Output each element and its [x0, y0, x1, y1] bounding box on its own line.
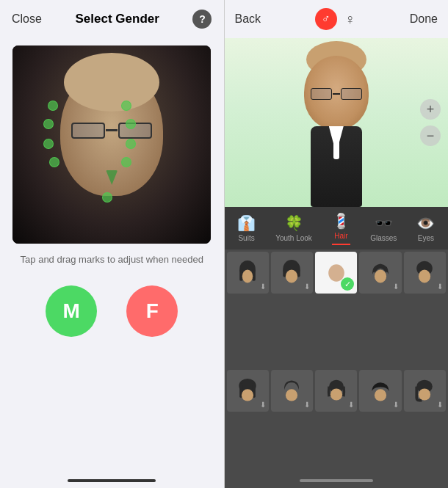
download-icon: ⬇	[260, 283, 266, 291]
hair-grid: ⬇ ⬇ ✓ ⬇	[225, 250, 449, 488]
glasses-icon: 🕶️	[375, 214, 393, 232]
tab-youth-look[interactable]: 🍀 Youth Look	[270, 211, 318, 245]
hair-style-icon	[411, 378, 438, 404]
tab-active-indicator	[332, 244, 350, 245]
avatar-head-group	[304, 56, 369, 129]
hair-item[interactable]: ⬇	[404, 252, 446, 294]
tab-eyes[interactable]: 👁️ Eyes	[411, 211, 441, 245]
tab-glasses[interactable]: 🕶️ Glasses	[364, 211, 402, 245]
download-icon: ⬇	[348, 401, 354, 409]
hair-item[interactable]: ⬇	[404, 370, 446, 412]
download-icon: ⬇	[393, 401, 399, 409]
face-glasses	[71, 123, 152, 139]
done-button[interactable]: Done	[410, 12, 438, 26]
svg-point-7	[286, 269, 297, 283]
hair-style-icon	[367, 260, 394, 286]
left-panel: Close Select Gender ? Tap and drag marks…	[0, 0, 224, 488]
glasses-bridge	[106, 129, 118, 131]
hair-style-icon	[323, 378, 350, 404]
selected-checkmark: ✓	[341, 277, 354, 291]
eyes-label: Eyes	[418, 234, 434, 242]
svg-point-19	[375, 389, 386, 401]
download-icon: ⬇	[437, 283, 443, 291]
avatar-tie	[333, 134, 339, 159]
instruction-text: Tap and drag marks to adjust when needed	[21, 254, 203, 265]
svg-point-8	[328, 264, 344, 281]
zoom-controls: + −	[420, 99, 441, 146]
male-gender-icon[interactable]: ♂	[315, 8, 337, 30]
help-button[interactable]: ?	[192, 10, 212, 29]
youth-look-icon: 🍀	[285, 214, 303, 232]
category-tabs: 👔 Suits 🍀 Youth Look 💈 Hair 🕶️ Glasses 👁…	[225, 207, 449, 250]
gender-selector: ♂ ♀	[315, 8, 355, 30]
eyes-icon: 👁️	[416, 214, 435, 232]
hair-item[interactable]: ⬇	[227, 252, 269, 294]
hair-icon: 💈	[332, 212, 350, 230]
zoom-out-button[interactable]: −	[420, 125, 441, 146]
suits-icon: 👔	[237, 214, 256, 232]
zoom-in-button[interactable]: +	[420, 99, 441, 120]
avatar-head	[304, 56, 369, 129]
hair-style-icon	[411, 260, 438, 286]
hair-label: Hair	[334, 232, 347, 240]
female-gender-icon[interactable]: ♀	[344, 11, 355, 28]
download-icon: ⬇	[260, 401, 266, 409]
hair-item[interactable]: ⬇	[359, 370, 401, 412]
hair-item[interactable]: ⬇	[271, 370, 313, 412]
page-title: Select Gender	[76, 12, 159, 26]
download-icon: ⬇	[304, 283, 310, 291]
right-panel: Back ♂ ♀ Done + −	[225, 0, 449, 488]
avatar-glasses-left	[311, 88, 332, 100]
hair-item[interactable]: ⬇	[315, 370, 357, 412]
hair-style-icon	[278, 260, 305, 286]
glasses-left-lens	[71, 123, 105, 139]
avatar-glasses	[311, 88, 362, 100]
home-indicator	[300, 479, 373, 482]
suits-label: Suits	[238, 234, 254, 242]
download-icon: ⬇	[393, 283, 399, 291]
hair-item[interactable]: ⬇	[227, 370, 269, 412]
hair-style-icon	[234, 260, 261, 286]
svg-point-21	[419, 388, 430, 400]
gender-buttons: M F	[46, 285, 178, 337]
svg-point-9	[375, 269, 386, 283]
tab-suits[interactable]: 👔 Suits	[231, 211, 261, 245]
face-head-top	[64, 53, 159, 112]
svg-point-16	[286, 389, 297, 401]
home-indicator	[68, 479, 156, 482]
hair-item-selected[interactable]: ✓	[315, 252, 357, 294]
hair-item[interactable]: ⬇	[271, 252, 313, 294]
hair-item[interactable]: ⬇	[359, 252, 401, 294]
download-icon: ⬇	[437, 401, 443, 409]
avatar-glasses-right	[341, 88, 362, 100]
youth-look-label: Youth Look	[275, 234, 312, 242]
female-button[interactable]: F	[126, 285, 178, 337]
svg-point-18	[330, 388, 342, 400]
avatar-glasses-bridge	[333, 93, 340, 95]
avatar-body	[311, 126, 362, 207]
svg-point-15	[242, 389, 253, 401]
back-button[interactable]: Back	[235, 12, 261, 26]
glasses-label: Glasses	[370, 234, 397, 242]
male-button[interactable]: M	[46, 285, 97, 337]
svg-point-3	[242, 269, 253, 283]
male-symbol: ♂	[322, 12, 330, 26]
left-header: Close Select Gender ?	[0, 0, 224, 38]
tab-hair[interactable]: 💈 Hair	[326, 209, 356, 248]
hair-style-icon	[278, 378, 305, 404]
avatar-figure	[304, 56, 369, 207]
face-photo-container	[12, 45, 211, 244]
right-header: Back ♂ ♀ Done	[225, 0, 449, 38]
svg-point-11	[419, 269, 430, 283]
hair-style-icon	[234, 378, 261, 404]
hair-style-icon	[367, 378, 394, 404]
avatar-area: + −	[225, 38, 449, 207]
close-button[interactable]: Close	[12, 12, 42, 26]
download-icon: ⬇	[304, 401, 310, 409]
